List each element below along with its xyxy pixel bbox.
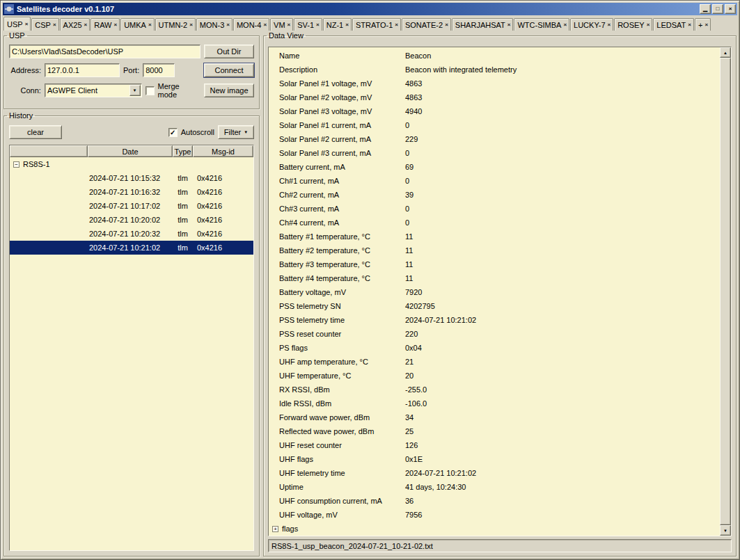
data-view-row[interactable]: Uptime 41 days, 10:24:30 (269, 480, 731, 494)
data-view-row[interactable]: PSS reset counter 220 (269, 327, 731, 341)
tab-close-icon[interactable]: × (148, 22, 152, 28)
data-view-row[interactable]: Solar Panel #1 current, mA 0 (269, 118, 731, 132)
tab-close-icon[interactable]: × (563, 22, 567, 28)
tab-close-icon[interactable]: × (445, 22, 448, 28)
satellite-tab[interactable]: STRATO-1 × (352, 18, 401, 31)
history-row[interactable]: 2024-07-21 10:20:02 tlm 0x4216 (10, 213, 253, 227)
data-view-row[interactable]: Idle RSSI, dBm -106.0 (269, 397, 731, 410)
data-view-row[interactable]: Ch#1 current, mA 0 (269, 174, 731, 188)
satellite-tab[interactable]: ROSEY × (614, 18, 652, 31)
satellite-tab[interactable]: SV-1 × (294, 18, 322, 31)
tab-close-icon[interactable]: × (189, 22, 193, 28)
satellite-tab[interactable]: SHARJAHSAT × (452, 18, 514, 31)
tab-close-icon[interactable]: × (316, 22, 320, 28)
tab-close-icon[interactable]: × (25, 21, 29, 27)
port-input[interactable] (143, 63, 175, 77)
collapse-icon[interactable]: − (13, 161, 19, 168)
chevron-down-icon[interactable]: ▼ (129, 85, 141, 96)
tab-close-icon[interactable]: × (113, 22, 117, 28)
column-header-msgid[interactable]: Msg-id (193, 145, 253, 157)
satellite-tab[interactable]: VM × (270, 18, 293, 31)
satellite-tab[interactable]: LUCKY-7 × (570, 18, 613, 31)
tab-close-icon[interactable]: × (226, 22, 230, 28)
scroll-up-icon[interactable]: ▲ (720, 47, 731, 58)
satellite-tab[interactable]: SONATE-2 × (402, 18, 451, 31)
filter-button[interactable]: Filter ▼ (218, 125, 254, 139)
satellite-tab[interactable]: + × (695, 18, 711, 31)
data-view-row[interactable]: RX RSSI, dBm -255.0 (269, 383, 731, 397)
data-view-row[interactable]: Solar Panel #2 current, mA 229 (269, 132, 731, 146)
autoscroll-checkbox[interactable]: ✓ (168, 128, 178, 137)
data-view-row[interactable]: PS flags 0x04 (269, 341, 731, 355)
data-view-row[interactable]: Solar Panel #3 voltage, mV 4940 (269, 104, 731, 118)
column-header-type[interactable]: Type (173, 145, 193, 157)
tab-close-icon[interactable]: × (704, 22, 708, 28)
data-view-row[interactable]: PSS telemetry time 2024-07-21 10:21:02 (269, 313, 731, 327)
satellite-tab[interactable]: LEDSAT × (653, 18, 694, 31)
tree-group-row[interactable]: − RS8S-1 (10, 157, 253, 171)
data-view-row[interactable]: Battery #3 temperature, °C 11 (269, 257, 731, 271)
tab-close-icon[interactable]: × (345, 22, 349, 28)
data-view-row[interactable]: Battery #4 temperature, °C 11 (269, 271, 731, 285)
data-view-row[interactable]: PSS telemetry SN 4202795 (269, 299, 731, 313)
tab-close-icon[interactable]: × (507, 22, 511, 28)
data-view-row[interactable]: Description Beacon with integrated telem… (269, 63, 731, 77)
tab-close-icon[interactable]: × (84, 22, 88, 28)
data-view-row[interactable]: Reflected wave power, dBm 25 (269, 424, 731, 438)
tab-close-icon[interactable]: × (288, 22, 291, 28)
data-view-row[interactable]: UHF amp temperature, °C 21 (269, 355, 731, 369)
data-view-row[interactable]: Battery current, mA 69 (269, 160, 731, 174)
satellite-tab[interactable]: UTMN-2 × (155, 18, 196, 31)
data-view-row[interactable]: Name Beacon (269, 49, 731, 63)
expand-icon[interactable]: + (272, 526, 278, 532)
data-view-row[interactable]: Solar Panel #1 voltage, mV 4863 (269, 77, 731, 90)
clear-button[interactable]: clear (9, 125, 62, 139)
data-view-row[interactable]: UHF voltage, mV 7956 (269, 508, 731, 522)
scroll-down-icon[interactable]: ▼ (720, 525, 731, 536)
history-row[interactable]: 2024-07-21 10:15:32 tlm 0x4216 (10, 171, 253, 185)
column-header-date[interactable]: Date (88, 145, 173, 157)
tab-close-icon[interactable]: × (263, 22, 267, 28)
out-dir-input[interactable] (9, 45, 200, 58)
out-dir-button[interactable]: Out Dir (204, 45, 254, 58)
title-bar[interactable]: Satellites decoder v0.1.107 ▁ □ × (3, 3, 737, 15)
tab-close-icon[interactable]: × (647, 22, 650, 28)
close-button[interactable]: × (725, 4, 736, 14)
satellite-tab[interactable]: UMKA × (120, 18, 154, 31)
data-view-row[interactable]: UHF flags 0x1E (269, 452, 731, 466)
vertical-scrollbar[interactable]: ▲ ▼ (720, 47, 731, 536)
satellite-tab[interactable]: NZ-1 × (323, 18, 352, 31)
satellite-tab[interactable]: MON-3 × (196, 18, 233, 31)
history-row[interactable]: 2024-07-21 10:21:02 tlm 0x4216 (10, 241, 253, 255)
satellite-tab[interactable]: RAW × (90, 18, 120, 31)
maximize-button[interactable]: □ (712, 4, 723, 14)
data-view-row[interactable]: Battery voltage, mV 7920 (269, 285, 731, 299)
history-row[interactable]: 2024-07-21 10:16:32 tlm 0x4216 (10, 185, 253, 199)
satellite-tab[interactable]: USP × (3, 17, 31, 31)
tab-close-icon[interactable]: × (688, 22, 691, 28)
satellite-tab[interactable]: MON-4 × (233, 18, 269, 31)
data-view-row[interactable]: UHF temperature, °C 20 (269, 369, 731, 383)
conn-select[interactable]: AGWPE Client ▼ (45, 83, 142, 97)
data-view-row[interactable]: UHF consumption current, mA 36 (269, 494, 731, 508)
tab-close-icon[interactable]: × (395, 22, 398, 28)
data-view-row[interactable]: Solar Panel #2 voltage, mV 4863 (269, 90, 731, 104)
column-header-tree[interactable] (10, 145, 88, 157)
merge-mode-checkbox[interactable] (145, 86, 155, 95)
data-view-row[interactable]: Forward wave power, dBm 34 (269, 410, 731, 424)
data-view-row[interactable]: Ch#2 current, mA 39 (269, 188, 731, 202)
data-view-row[interactable]: Battery #2 temperature, °C 11 (269, 243, 731, 257)
satellite-tab[interactable]: AX25 × (60, 18, 90, 31)
data-view-row[interactable]: Ch#3 current, mA 0 (269, 202, 731, 216)
minimize-button[interactable]: ▁ (700, 4, 711, 14)
history-row[interactable]: 2024-07-21 10:20:32 tlm 0x4216 (10, 227, 253, 241)
flags-tree-row[interactable]: + flags (269, 522, 731, 536)
data-view-row[interactable]: Ch#4 current, mA 0 (269, 216, 731, 230)
address-input[interactable] (45, 63, 120, 77)
history-row[interactable]: 2024-07-21 10:17:02 tlm 0x4216 (10, 199, 253, 213)
tab-close-icon[interactable]: × (608, 22, 611, 28)
satellite-tab[interactable]: WTC-SIMBA × (514, 18, 569, 31)
data-view-row[interactable]: Battery #1 temperature, °C 11 (269, 230, 731, 243)
satellite-tab[interactable]: CSP × (31, 18, 58, 31)
data-view-row[interactable]: Solar Panel #3 current, mA 0 (269, 146, 731, 160)
